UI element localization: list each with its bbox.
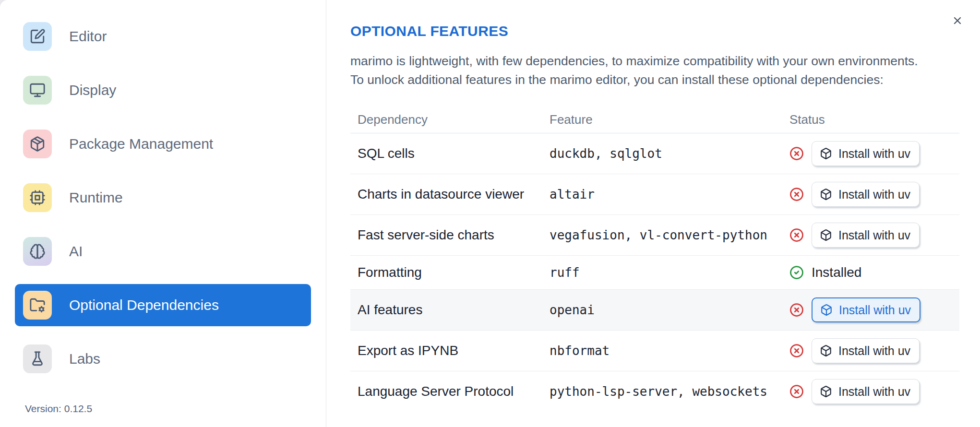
table-row: Fast server-side chartsvegafusion, vl-co…	[350, 215, 959, 256]
close-icon	[952, 15, 963, 28]
not-installed-icon	[789, 303, 804, 317]
table-body: SQL cellsduckdb, sqlglotInstall with uvC…	[350, 133, 959, 412]
dependency-name: Export as IPYNB	[350, 343, 550, 358]
feature-packages: python-lsp-server, websockets	[550, 384, 789, 399]
table-row: FormattingruffInstalled	[350, 256, 959, 290]
not-installed-icon	[789, 187, 804, 202]
install-button-label: Install with uv	[838, 344, 910, 358]
version-label: Version: 0.12.5	[25, 403, 92, 415]
optional-features-panel: OPTIONAL FEATURES marimo is lightweight,…	[326, 0, 980, 427]
status-cell: Install with uv	[789, 379, 959, 404]
close-button[interactable]	[949, 12, 966, 30]
column-header-dependency: Dependency	[350, 112, 550, 127]
panel-title: OPTIONAL FEATURES	[350, 22, 959, 40]
not-installed-icon	[789, 384, 804, 399]
table-row: SQL cellsduckdb, sqlglotInstall with uv	[350, 133, 959, 174]
feature-packages: ruff	[550, 265, 789, 280]
dependency-name: Charts in datasource viewer	[350, 187, 550, 202]
status-cell: Install with uv	[789, 223, 959, 248]
sidebar-item-label: AI	[69, 243, 83, 260]
table-header-row: Dependency Feature Status	[350, 106, 959, 133]
table-row: Charts in datasource vieweraltairInstall…	[350, 174, 959, 215]
table-row: Language Server Protocolpython-lsp-serve…	[350, 371, 959, 412]
sidebar-item-label: Labs	[69, 351, 100, 367]
package-box-icon	[820, 188, 832, 201]
install-button-label: Install with uv	[838, 188, 910, 202]
status-cell: Installed	[789, 265, 959, 280]
package-icon	[23, 130, 52, 158]
feature-packages: altair	[550, 187, 789, 202]
install-with-uv-button[interactable]: Install with uv	[812, 338, 920, 363]
dependency-name: Language Server Protocol	[350, 384, 550, 399]
sidebar-item-list: EditorDisplayPackage ManagementRuntimeAI…	[15, 15, 311, 380]
brain-icon	[23, 237, 52, 266]
installed-check-icon	[789, 265, 804, 280]
panel-description: marimo is lightweight, with few dependen…	[350, 52, 959, 89]
not-installed-icon	[789, 228, 804, 242]
sidebar-item-label: Optional Dependencies	[69, 297, 219, 313]
dependency-name: Fast server-side charts	[350, 227, 550, 243]
dependency-name: SQL cells	[350, 146, 550, 161]
settings-dialog: EditorDisplayPackage ManagementRuntimeAI…	[0, 0, 980, 427]
optional-features-table: Dependency Feature Status SQL cellsduckd…	[350, 106, 959, 412]
feature-packages: duckdb, sqlglot	[550, 146, 789, 161]
flask-icon	[23, 344, 52, 373]
feature-packages: nbformat	[550, 344, 789, 358]
description-line-1: marimo is lightweight, with few dependen…	[350, 54, 918, 68]
install-button-label: Install with uv	[838, 147, 910, 161]
description-line-2: To unlock additional features in the mar…	[350, 72, 884, 87]
sidebar-item-runtime[interactable]: Runtime	[15, 177, 311, 219]
status-cell: Install with uv	[789, 141, 959, 166]
status-cell: Install with uv	[789, 182, 959, 207]
not-installed-icon	[789, 146, 804, 161]
install-with-uv-button[interactable]: Install with uv	[812, 141, 920, 166]
monitor-icon	[23, 76, 52, 105]
cpu-icon	[23, 183, 52, 212]
install-with-uv-button[interactable]: Install with uv	[812, 182, 920, 207]
installed-label: Installed	[812, 265, 861, 280]
sidebar-item-label: Package Management	[69, 136, 213, 152]
square-pen-icon	[23, 22, 52, 51]
sidebar-item-label: Runtime	[69, 190, 123, 206]
not-installed-icon	[789, 344, 804, 358]
install-with-uv-button[interactable]: Install with uv	[812, 223, 920, 248]
install-button-label: Install with uv	[839, 303, 911, 317]
install-button-label: Install with uv	[838, 228, 910, 242]
sidebar-item-labs[interactable]: Labs	[15, 338, 311, 380]
dependency-name: Formatting	[350, 265, 550, 280]
package-box-icon	[820, 229, 832, 241]
folder-cog-icon	[23, 291, 52, 320]
package-box-icon	[820, 344, 832, 357]
sidebar-item-label: Display	[69, 82, 116, 98]
sidebar-item-ai[interactable]: AI	[15, 230, 311, 273]
sidebar-item-display[interactable]: Display	[15, 69, 311, 111]
dependency-name: AI features	[350, 302, 550, 318]
status-cell: Install with uv	[789, 297, 959, 322]
package-box-icon	[820, 147, 832, 160]
package-box-icon	[820, 385, 832, 398]
column-header-feature: Feature	[550, 112, 789, 127]
install-with-uv-button[interactable]: Install with uv	[812, 297, 920, 322]
status-cell: Install with uv	[789, 338, 959, 363]
column-header-status: Status	[789, 112, 959, 127]
package-box-icon	[820, 304, 833, 316]
table-row: Export as IPYNBnbformatInstall with uv	[350, 331, 959, 371]
feature-packages: openai	[550, 303, 789, 317]
install-with-uv-button[interactable]: Install with uv	[812, 379, 920, 404]
sidebar-item-optional-dependencies[interactable]: Optional Dependencies	[15, 284, 311, 326]
table-row: AI featuresopenaiInstall with uv	[350, 290, 959, 331]
settings-sidebar: EditorDisplayPackage ManagementRuntimeAI…	[0, 0, 326, 427]
feature-packages: vegafusion, vl-convert-python	[550, 228, 789, 242]
sidebar-item-editor[interactable]: Editor	[15, 15, 311, 58]
install-button-label: Install with uv	[838, 385, 910, 399]
sidebar-item-label: Editor	[69, 28, 107, 45]
sidebar-item-package-management[interactable]: Package Management	[15, 123, 311, 165]
